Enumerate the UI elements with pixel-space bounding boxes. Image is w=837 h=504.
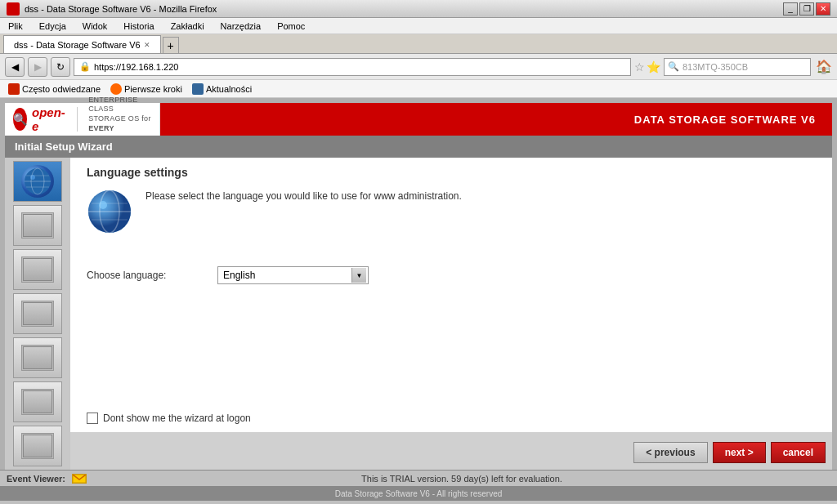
star-icon[interactable]: ☆ <box>634 60 645 74</box>
bookmark-pierwsze[interactable]: Pierwsze kroki <box>107 82 186 96</box>
step-2-icon <box>21 212 54 239</box>
back-button[interactable]: ◀ <box>5 57 25 77</box>
menu-widok[interactable]: Widok <box>78 20 113 33</box>
dss-header: DATA STORAGE SOFTWARE V6 <box>160 103 832 136</box>
window-title: dss - Data Storage Software V6 - Mozilla… <box>25 4 217 14</box>
select-dropdown-arrow[interactable]: ▼ <box>351 268 366 283</box>
selected-language: English <box>223 270 363 281</box>
address-bar: ◀ ▶ ↻ 🔒 https://192.168.1.220 ☆ ⭐ 🔍 813M… <box>0 54 837 80</box>
step-7-img <box>23 435 52 457</box>
status-bar: Event Viewer: This is TRIAL version. 59 … <box>0 470 837 486</box>
menu-bar: Plik Edycja Widok Historia Zakładki Narz… <box>0 18 837 34</box>
dss-product-title: DATA STORAGE SOFTWARE V6 <box>634 114 816 126</box>
section-description: Please select the language you would lik… <box>145 189 462 237</box>
step-5[interactable] <box>13 337 62 378</box>
language-form-row: Choose language: English ▼ <box>87 266 816 284</box>
step-2-img <box>23 214 52 237</box>
step-7[interactable] <box>13 426 62 466</box>
wizard-title: Initial Setup Wizard <box>15 140 113 153</box>
section-title: Language settings <box>87 166 816 179</box>
step-6-img <box>23 390 52 413</box>
search-engine-icon: 🔍 <box>668 61 679 72</box>
step-3-img <box>23 258 52 281</box>
cancel-button[interactable]: cancel <box>771 442 826 463</box>
search-text: 813MTQ-350CB <box>683 62 807 72</box>
tab-label: dss - Data Storage Software V6 <box>14 40 141 50</box>
close-button[interactable]: ✕ <box>816 2 830 16</box>
restore-button[interactable]: ❐ <box>799 2 814 16</box>
step-4-img <box>23 302 52 325</box>
mail-icon[interactable] <box>72 474 87 484</box>
search-logo-icon: 🔍 <box>13 108 27 131</box>
home-button[interactable]: 🏠 <box>816 59 832 74</box>
step-7-icon <box>21 433 54 459</box>
spacer <box>87 284 816 396</box>
section-content: Please select the language you would lik… <box>87 189 816 237</box>
step-4[interactable] <box>13 293 62 334</box>
wizard-inner: Language settings <box>70 158 832 432</box>
step-3[interactable] <box>13 249 62 290</box>
trial-message: This is TRIAL version. 59 day(s) left fo… <box>93 474 830 484</box>
footer-bar: Data Storage Software V6 - All rights re… <box>0 486 837 501</box>
wizard-title-bar: Initial Setup Wizard <box>5 136 832 158</box>
forward-button[interactable]: ▶ <box>28 57 47 77</box>
step-5-icon <box>21 345 54 371</box>
wizard-content-area: Language settings <box>70 158 832 470</box>
step-3-icon <box>21 256 54 283</box>
new-tab-button[interactable]: + <box>163 37 179 53</box>
bookmark-label-aktualnosci: Aktualności <box>206 84 252 94</box>
address-text: https://192.168.1.220 <box>94 62 178 72</box>
step-1-globe-icon <box>21 165 54 198</box>
event-viewer-label: Event Viewer: <box>7 474 65 484</box>
step-4-icon <box>21 301 54 327</box>
step-6[interactable] <box>13 381 62 422</box>
menu-pomoc[interactable]: Pomoc <box>272 20 310 33</box>
footer-text: Data Storage Software V6 - All rights re… <box>335 489 503 498</box>
menu-edycja[interactable]: Edycja <box>34 20 71 33</box>
bookmark-icon-aktualnosci <box>192 83 204 95</box>
browser-tab[interactable]: dss - Data Storage Software V6 ✕ <box>3 35 161 53</box>
lock-icon: 🔒 <box>79 61 91 72</box>
language-select[interactable]: English ▼ <box>217 266 369 284</box>
choose-language-label: Choose language: <box>87 270 201 281</box>
minimize-button[interactable]: _ <box>783 2 798 16</box>
step-2[interactable] <box>13 205 62 246</box>
menu-zakladki[interactable]: Zakładki <box>166 20 209 33</box>
step-1-language[interactable] <box>13 161 62 202</box>
globe-icon-large <box>87 189 132 237</box>
tab-bar: dss - Data Storage Software V6 ✕ + <box>0 34 837 54</box>
bookmark-czesto[interactable]: Często odwiedzane <box>5 82 104 96</box>
menu-plik[interactable]: Plik <box>3 20 28 33</box>
wizard-body: Language settings <box>5 158 832 470</box>
window-controls: _ ❐ ✕ <box>783 2 830 16</box>
dont-show-wizard-row: Dont show me the wizard at logon <box>87 413 816 424</box>
tab-close-icon[interactable]: ✕ <box>144 41 150 49</box>
steps-panel <box>5 158 70 470</box>
bookmark-label-czesto: Często odwiedzane <box>22 84 101 94</box>
opene-logo: 🔍 open-e ENTERPRISE CLASS STORAGE OS for… <box>5 103 160 136</box>
star2-icon[interactable]: ⭐ <box>647 60 660 74</box>
svg-point-12 <box>99 201 107 209</box>
wizard-area: Initial Setup Wizard <box>5 136 832 470</box>
menu-historia[interactable]: Historia <box>119 20 159 33</box>
step-5-img <box>23 346 52 369</box>
app-icon <box>7 2 20 16</box>
address-field[interactable]: 🔒 https://192.168.1.220 <box>74 58 631 76</box>
step-6-icon <box>21 389 54 415</box>
dont-show-checkbox[interactable] <box>87 413 98 424</box>
previous-button[interactable]: < previous <box>633 442 707 463</box>
svg-point-5 <box>30 175 35 180</box>
reload-button[interactable]: ↻ <box>51 57 70 77</box>
bookmark-label-pierwsze: Pierwsze kroki <box>124 84 182 94</box>
bookmark-stars: ☆ ⭐ <box>634 60 660 74</box>
app-header: 🔍 open-e ENTERPRISE CLASS STORAGE OS for… <box>5 103 832 136</box>
title-bar: dss - Data Storage Software V6 - Mozilla… <box>0 0 837 18</box>
opene-brand: open-e <box>32 105 65 133</box>
dont-show-label: Dont show me the wizard at logon <box>103 413 251 424</box>
menu-narzedzia[interactable]: Narzędzia <box>216 20 266 33</box>
bookmark-icon-czesto <box>8 83 20 95</box>
bookmark-aktualnosci[interactable]: Aktualności <box>189 82 255 96</box>
next-button[interactable]: next > <box>713 442 766 463</box>
search-box[interactable]: 🔍 813MTQ-350CB <box>664 58 811 76</box>
wizard-footer: < previous next > cancel <box>70 442 832 470</box>
